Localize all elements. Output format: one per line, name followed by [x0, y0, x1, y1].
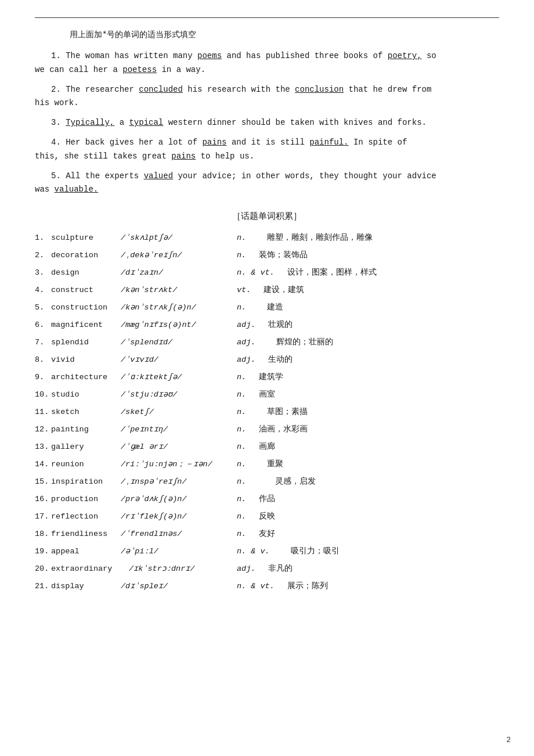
vocab-item-9: 9. architecture /ˈɑːkɪtektʃə/ n. 建筑学	[35, 370, 499, 385]
sentence-4-num: 4.	[51, 138, 66, 147]
word-concluded: concluded	[139, 85, 183, 94]
vocab-num-21: 21.	[35, 579, 51, 594]
vocab-num-20: 20.	[35, 562, 51, 577]
vocab-num-8: 8.	[35, 353, 51, 368]
topic-section: ［话题单词积累］ 1. sculpture /ˈskʌlptʃə/ n. 雕塑，…	[35, 211, 499, 593]
sentences-section: 1. The woman has written many poems and …	[35, 49, 499, 197]
sentence-3: 3. Typically, a typical western dinner s…	[35, 116, 499, 130]
vocab-num-14: 14.	[35, 458, 51, 472]
vocab-item-15: 15. inspiration /ˌɪnspəˈreɪʃn/ n. 灵感，启发	[35, 475, 499, 489]
vocab-item-17: 17. reflection /rɪˈflekʃ(ə)n/ n. 反映	[35, 510, 499, 524]
sentence-1-num: 1.	[51, 51, 66, 60]
vocab-num-17: 17.	[35, 510, 51, 524]
vocab-content-1: sculpture /ˈskʌlptʃə/ n. 雕塑，雕刻，雕刻作品，雕像	[51, 231, 373, 246]
vocab-num-7: 7.	[35, 336, 51, 350]
vocab-num-19: 19.	[35, 545, 51, 559]
instruction: 用上面加*号的单词的适当形式填空	[70, 30, 499, 40]
vocab-num-4: 4.	[35, 283, 51, 298]
vocab-item-7: 7. splendid /ˈsplendɪd/ adj. 辉煌的；壮丽的	[35, 336, 499, 350]
vocab-list: 1. sculpture /ˈskʌlptʃə/ n. 雕塑，雕刻，雕刻作品，雕…	[35, 231, 499, 593]
vocab-item-5: 5. construction /kənˈstrʌkʃ(ə)n/ n. 建造	[35, 301, 499, 315]
word-conclusion: conclusion	[295, 85, 344, 94]
vocab-item-10: 10. studio /ˈstjuːdɪəʊ/ n. 画室	[35, 388, 499, 402]
sentence-4: 4. Her back gives her a lot of pains and…	[35, 136, 499, 164]
word-typically: Typically,	[66, 118, 114, 127]
vocab-num-2: 2.	[35, 249, 51, 263]
top-divider	[35, 17, 499, 18]
vocab-item-2: 2. decoration /ˌdekəˈreɪʃn/ n. 装饰；装饰品	[35, 249, 499, 263]
sentence-3-num: 3.	[51, 118, 66, 127]
vocab-num-15: 15.	[35, 475, 51, 489]
vocab-item-8: 8. vivid /ˈvɪvɪd/ adj. 生动的	[35, 353, 499, 368]
vocab-item-1: 1. sculpture /ˈskʌlptʃə/ n. 雕塑，雕刻，雕刻作品，雕…	[35, 231, 499, 246]
word-poetess: poetess	[122, 65, 157, 74]
sentence-2-num: 2.	[51, 85, 66, 94]
vocab-item-12: 12. painting /ˈpeɪntɪŋ/ n. 油画，水彩画	[35, 423, 499, 437]
word-poems: poems	[197, 51, 222, 60]
vocab-item-16: 16. production /prəˈdʌkʃ(ə)n/ n. 作品	[35, 492, 499, 507]
word-pains-1: pains	[202, 138, 226, 147]
vocab-num-11: 11.	[35, 405, 51, 420]
topic-title: ［话题单词积累］	[35, 211, 499, 222]
vocab-item-20: 20. extraordinary /ɪkˈstrɔːdnrɪ/ adj. 非凡…	[35, 562, 499, 577]
vocab-num-18: 18.	[35, 527, 51, 542]
page-number: 2	[506, 736, 511, 744]
vocab-item-19: 19. appeal /əˈpiːl/ n. & v. 吸引力；吸引	[35, 545, 499, 559]
vocab-item-6: 6. magnificent /mægˈnɪfɪs(ə)nt/ adj. 壮观的	[35, 318, 499, 333]
vocab-item-11: 11. sketch /sketʃ/ n. 草图；素描	[35, 405, 499, 420]
sentence-1: 1. The woman has written many poems and …	[35, 49, 499, 77]
sentence-5-num: 5.	[51, 171, 66, 181]
word-poetry: poetry,	[388, 51, 422, 60]
vocab-num-12: 12.	[35, 423, 51, 437]
vocab-item-3: 3. design /dɪˈzaɪn/ n. & vt. 设计，图案，图样，样式	[35, 266, 499, 280]
vocab-item-14: 14. reunion /riːˈjuːnjən；－ɪən/ n. 重聚	[35, 458, 499, 472]
word-valuable: valuable.	[55, 185, 99, 194]
vocab-item-21: 21. display /dɪˈspleɪ/ n. & vt. 展示；陈列	[35, 579, 499, 594]
word-pains-2: pains	[171, 152, 196, 161]
vocab-num-3: 3.	[35, 266, 51, 280]
vocab-num-13: 13.	[35, 440, 51, 455]
vocab-item-13: 13. gallery /ˈɡæl ərɪ/ n. 画廊	[35, 440, 499, 455]
vocab-item-18: 18. friendliness /ˈfrendlɪnəs/ n. 友好	[35, 527, 499, 542]
word-valued: valued	[144, 171, 173, 181]
vocab-num-10: 10.	[35, 388, 51, 402]
vocab-num-9: 9.	[35, 370, 51, 385]
vocab-num-5: 5.	[35, 301, 51, 315]
word-painful: painful.	[309, 138, 348, 147]
sentence-5: 5. All the experts valued your advice; i…	[35, 170, 499, 197]
sentence-2: 2. The researcher concluded his research…	[35, 83, 499, 111]
vocab-num-16: 16.	[35, 492, 51, 507]
vocab-item-4: 4. construct /kənˈstrʌkt/ vt. 建设，建筑	[35, 283, 499, 298]
vocab-num-6: 6.	[35, 318, 51, 333]
vocab-num-1: 1.	[35, 231, 51, 246]
word-typical: typical	[129, 118, 163, 127]
